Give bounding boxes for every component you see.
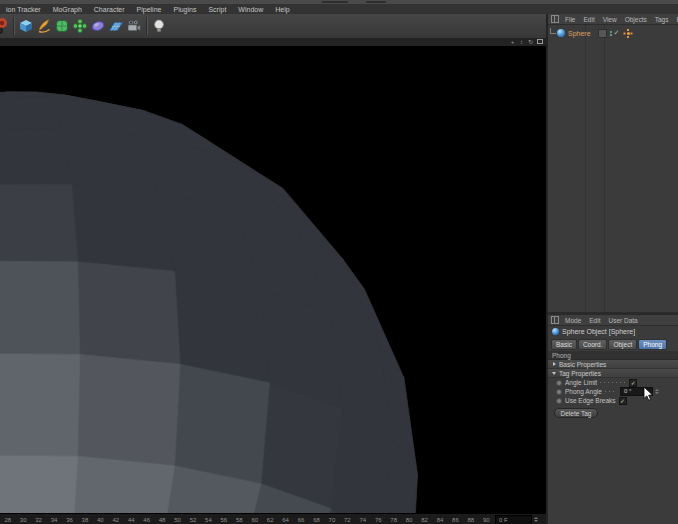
timeline-tick-40: 40 [93, 517, 108, 523]
use-edge-breaks-checkbox[interactable]: ✓ [619, 397, 627, 405]
timeline-tick-78: 78 [386, 517, 401, 523]
menubar-item-window[interactable]: Window [232, 6, 269, 13]
timeline-tick-32: 32 [31, 517, 46, 523]
timeline-tick-42: 42 [108, 517, 123, 523]
enable-check-icon[interactable]: ✓ [614, 29, 620, 37]
tab-object[interactable]: Object [608, 339, 637, 350]
object-manager[interactable]: Sphere ✓ [548, 25, 678, 312]
timeline-tick-62: 62 [262, 517, 277, 523]
om-menu-item-file[interactable]: File [561, 16, 579, 23]
timeline-tick-36: 36 [62, 517, 77, 523]
timeline-tick-56: 56 [216, 517, 231, 523]
dotted-leader [605, 391, 617, 392]
om-menu-item-bookmarks[interactable]: Bookmarks [672, 16, 678, 23]
property-phong-angle: Phong Angle 0 ° [548, 387, 678, 396]
toggle-view-icon[interactable] [536, 39, 543, 46]
editor-render-dots-icon[interactable] [610, 31, 612, 36]
visibility-toggle-icon[interactable] [598, 29, 607, 38]
om-menu-item-objects[interactable]: Objects [621, 16, 651, 23]
phong-angle-stepper[interactable] [655, 389, 659, 394]
angle-limit-checkbox[interactable]: ✓ [629, 379, 637, 387]
attribute-tabs: Basic Coord. Object Phong [551, 339, 667, 350]
tab-basic[interactable]: Basic [551, 339, 577, 350]
floor-environment-icon[interactable] [108, 17, 125, 35]
timeline-tick-34: 34 [46, 517, 61, 523]
menubar-item-script[interactable]: Script [202, 6, 232, 13]
timeline-tick-82: 82 [417, 517, 432, 523]
timeline-tick-74: 74 [355, 517, 370, 523]
om-column-divider [585, 25, 586, 312]
rotate-icon[interactable]: ↻ [527, 39, 534, 46]
timeline-tick-46: 46 [139, 517, 154, 523]
timeline-tick-38: 38 [77, 517, 92, 523]
panel-menu-icon[interactable] [551, 15, 559, 23]
menubar-item-character[interactable]: Character [88, 6, 131, 13]
attribute-manager: ModeEditUser Data Sphere Object [Sphere]… [548, 315, 678, 524]
pen-spline-icon[interactable] [36, 17, 53, 35]
cube-primitive-icon[interactable] [18, 17, 35, 35]
timeline-tick-70: 70 [324, 517, 339, 523]
keyframe-circle-icon[interactable] [556, 380, 562, 386]
menubar-item-mograph[interactable]: MoGraph [47, 6, 88, 13]
menubar-item-help[interactable]: Help [269, 6, 295, 13]
keyframe-circle-icon[interactable] [556, 389, 562, 395]
timeline-tick-72: 72 [340, 517, 355, 523]
expanded-arrow-icon [552, 372, 556, 375]
tab-phong[interactable]: Phong [638, 339, 667, 350]
timeline-tick-28: 28 [0, 517, 15, 523]
timeline-ruler[interactable]: 2830323436384042444648505254565860626466… [0, 513, 546, 524]
attribute-object-title: Sphere Object [Sphere] [552, 328, 635, 335]
phong-tag-icon[interactable] [624, 29, 632, 37]
pan-icon[interactable]: + [509, 39, 516, 46]
zoom-icon[interactable]: ↕ [518, 39, 525, 46]
deformer-icon[interactable] [90, 17, 107, 35]
timeline-tick-48: 48 [154, 517, 169, 523]
panel-menu-icon[interactable] [551, 316, 559, 324]
frame-stepper[interactable] [534, 517, 538, 522]
om-column-divider [604, 25, 605, 312]
toolbar-separator [146, 17, 147, 35]
timeline-tick-44: 44 [124, 517, 139, 523]
object-manager-menubar: FileEditViewObjectsTagsBookmarks [548, 14, 678, 25]
section-basic-properties[interactable]: Basic Properties [548, 360, 678, 369]
tab-coord[interactable]: Coord. [578, 339, 608, 350]
timeline-tick-60: 60 [247, 517, 262, 523]
om-menu-item-edit[interactable]: Edit [579, 16, 598, 23]
timeline-tick-76: 76 [371, 517, 386, 523]
delete-tag-button[interactable]: Delete Tag [554, 408, 598, 418]
section-tag-properties[interactable]: Tag Properties [548, 369, 678, 378]
am-menu-item-mode[interactable]: Mode [561, 317, 585, 324]
dotted-leader [600, 382, 626, 383]
attribute-menubar: ModeEditUser Data [548, 315, 678, 326]
property-angle-limit: Angle Limit ✓ [548, 378, 678, 387]
light-icon[interactable] [151, 17, 168, 35]
toolbar-separator [13, 17, 14, 35]
timeline-tick-58: 58 [232, 517, 247, 523]
render-partial-icon[interactable] [0, 17, 10, 35]
titlebar-text-fragment [366, 1, 386, 3]
sphere-icon [552, 328, 559, 335]
timeline-tick-88: 88 [463, 517, 478, 523]
keyframe-circle-icon[interactable] [556, 398, 562, 404]
menubar-item-pipeline[interactable]: Pipeline [131, 6, 168, 13]
camera-icon[interactable] [126, 17, 143, 35]
menubar-item-plugins[interactable]: Plugins [167, 6, 202, 13]
titlebar-text-fragment [322, 1, 348, 3]
object-name[interactable]: Sphere [565, 30, 594, 37]
array-generator-icon[interactable] [72, 17, 89, 35]
viewport-header: + ↕ ↻ [0, 38, 546, 46]
am-menu-item-edit[interactable]: Edit [585, 317, 604, 324]
subdivision-surface-icon[interactable] [54, 17, 71, 35]
mouse-cursor [643, 387, 654, 402]
current-frame-field[interactable]: 0 F [495, 515, 532, 524]
object-row-sphere[interactable]: Sphere ✓ [550, 28, 632, 38]
om-menu-item-tags[interactable]: Tags [651, 16, 673, 23]
tree-branch-icon [550, 28, 556, 34]
collapsed-arrow-icon [553, 362, 556, 366]
menubar-item-ion-tracker[interactable]: ion Tracker [0, 6, 47, 13]
om-menu-item-view[interactable]: View [599, 16, 621, 23]
am-menu-item-user-data[interactable]: User Data [604, 317, 641, 324]
sphere-icon [557, 29, 565, 37]
viewport-canvas[interactable] [0, 46, 546, 513]
timeline-tick-90: 90 [479, 517, 494, 523]
